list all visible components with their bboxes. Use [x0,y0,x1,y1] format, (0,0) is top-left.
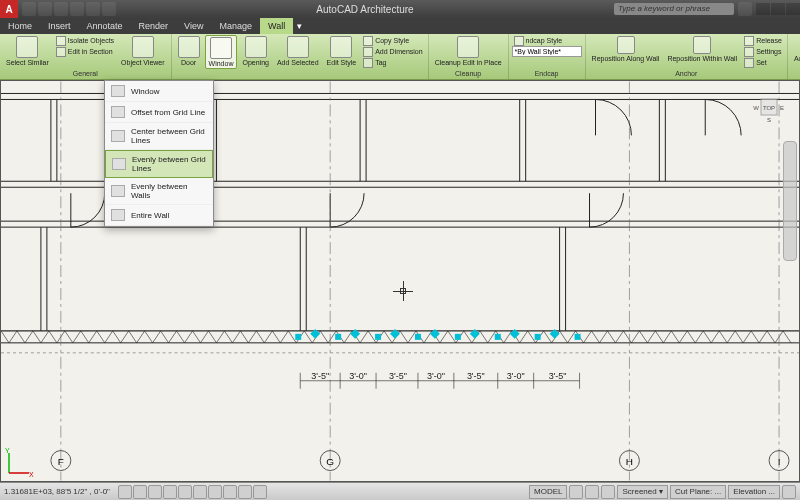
svg-rect-43 [295,334,301,340]
qp-toggle[interactable] [253,485,267,499]
reposition-along-button[interactable]: Reposition Along Wall [589,35,663,63]
ribbon-group-endcap: ndcap Style Endcap [509,34,586,79]
release-icon [744,36,754,46]
tab-view[interactable]: View [176,18,211,34]
reposition-along-icon [617,36,635,54]
release-anchor-button[interactable]: Release [742,35,784,46]
ribbon-group-profile: Add Profile Edit In Place Profile [788,34,800,79]
maximize-viewport-icon[interactable] [601,485,615,499]
clean-screen-icon[interactable] [782,485,796,499]
tab-render[interactable]: Render [131,18,177,34]
door-icon [178,36,200,58]
dropdown-item-evenly-grid[interactable]: Evenly between Grid Lines [105,150,213,178]
dimension-icon [363,47,373,57]
navigation-bar[interactable] [783,141,797,261]
model-space-button[interactable]: MODEL [529,485,567,499]
svg-rect-50 [575,334,581,340]
dropdown-item-offset-grid[interactable]: Offset from Grid Line [105,102,213,123]
reposition-within-icon [693,36,711,54]
maximize-button[interactable] [771,3,785,15]
osnap-toggle[interactable] [178,485,192,499]
minimize-button[interactable] [756,3,770,15]
select-similar-button[interactable]: Select Similar [3,35,52,67]
center-grid-icon [111,130,125,142]
svg-text:3'-0": 3'-0" [349,371,367,381]
anchor-set-button[interactable]: Set [742,57,784,68]
anchor-settings-button[interactable]: Settings [742,46,784,57]
coordinate-readout: 1.31681E+03, 88'5 1/2" , 0'-0" [0,487,110,496]
svg-text:H: H [626,456,633,467]
endcap-style-button[interactable]: ndcap Style [512,35,582,46]
qat-save-icon[interactable] [54,2,68,16]
ucs-icon: Y X [5,447,35,477]
tab-insert[interactable]: Insert [40,18,79,34]
lwt-toggle[interactable] [238,485,252,499]
search-input[interactable]: Type a keyword or phrase [614,3,734,15]
add-profile-button[interactable]: Add Profile [791,35,800,63]
qat-open-icon[interactable] [38,2,52,16]
svg-text:S: S [767,117,771,123]
svg-rect-44 [335,334,341,340]
dropdown-item-entire-wall[interactable]: Entire Wall [105,205,213,226]
dropdown-item-window[interactable]: Window [105,81,213,102]
tab-wall[interactable]: Wall [260,18,293,34]
svg-text:3'-0": 3'-0" [427,371,445,381]
layout-icon[interactable] [569,485,583,499]
ribbon: Select Similar Isolate Objects Edit in S… [0,34,800,80]
display-config-dropdown[interactable]: Screened ▾ [617,485,667,499]
qat-new-icon[interactable] [22,2,36,16]
app-logo[interactable]: A [0,0,18,18]
help-icon[interactable] [738,2,752,16]
svg-text:G: G [326,456,334,467]
qat-undo-icon[interactable] [70,2,84,16]
tab-annotate[interactable]: Annotate [79,18,131,34]
isolate-objects-button[interactable]: Isolate Objects [54,35,116,46]
settings-icon [744,47,754,57]
opening-button[interactable]: Opening [239,35,271,67]
add-dimension-button[interactable]: Add Dimension [361,46,424,57]
grid-toggle[interactable] [133,485,147,499]
reposition-within-button[interactable]: Reposition Within Wall [664,35,740,63]
cleanup-edit-button[interactable]: Cleanup Edit in Place [432,35,505,67]
svg-text:Y: Y [5,447,10,454]
window-button[interactable]: Window [205,35,238,69]
elevation-button[interactable]: Elevation ... [728,485,780,499]
svg-text:3'-5": 3'-5" [467,371,485,381]
snap-toggle[interactable] [118,485,132,499]
wall-style-dropdown[interactable] [512,46,582,57]
ortho-toggle[interactable] [148,485,162,499]
svg-rect-45 [375,334,381,340]
qat-print-icon[interactable] [102,2,116,16]
svg-text:X: X [29,471,34,477]
edit-style-icon [330,36,352,58]
edit-in-section-button[interactable]: Edit in Section [54,46,116,57]
tab-overflow-icon[interactable]: ▾ [293,18,306,34]
window-dropdown-menu: Window Offset from Grid Line Center betw… [104,80,214,227]
entire-wall-icon [111,209,125,221]
dropdown-item-center-grid[interactable]: Center between Grid Lines [105,123,213,150]
object-viewer-button[interactable]: Object Viewer [118,35,167,67]
quickview-icon[interactable] [585,485,599,499]
polar-toggle[interactable] [163,485,177,499]
dropdown-item-evenly-walls[interactable]: Evenly between Walls [105,178,213,205]
dyn-toggle[interactable] [223,485,237,499]
ribbon-group-anchor: Reposition Along Wall Reposition Within … [586,34,788,79]
svg-rect-49 [535,334,541,340]
tab-home[interactable]: Home [0,18,40,34]
ducs-toggle[interactable] [208,485,222,499]
close-button[interactable] [786,3,800,15]
otrack-toggle[interactable] [193,485,207,499]
qat-redo-icon[interactable] [86,2,100,16]
quick-access-toolbar [22,2,116,16]
cut-plane-button[interactable]: Cut Plane: ... [670,485,726,499]
svg-text:3'-5": 3'-5" [311,371,329,381]
edit-style-button[interactable]: Edit Style [324,35,360,67]
copy-style-button[interactable]: Copy Style [361,35,424,46]
tag-button[interactable]: Tag [361,57,424,68]
copy-style-icon [363,36,373,46]
tab-manage[interactable]: Manage [211,18,260,34]
door-button[interactable]: Door [175,35,203,67]
ribbon-group-general: Select Similar Isolate Objects Edit in S… [0,34,172,79]
viewcube[interactable]: TOP W E S [749,87,789,127]
add-selected-button[interactable]: Add Selected [274,35,322,67]
